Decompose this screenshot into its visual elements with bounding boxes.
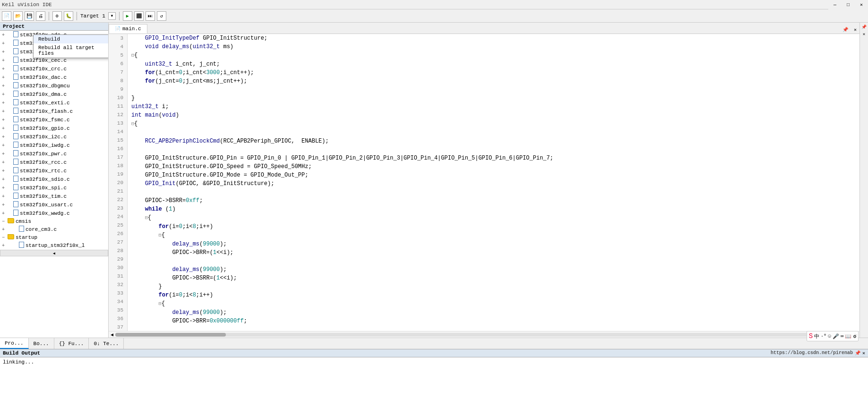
tree-item-20[interactable]: +stm32f10x_usart.c (0, 201, 108, 209)
code-line-7: for(i_cnt=0;i_cnt<3000;i_cnt++); (131, 68, 856, 77)
tree-expand-12[interactable]: + (2, 135, 8, 140)
tree-expand-15[interactable]: + (2, 160, 8, 165)
tree-item-6[interactable]: +stm32f10x_dbgmcu (0, 82, 108, 90)
tree-item-15[interactable]: +stm32f10x_rcc.c (0, 158, 108, 167)
sidebar-scroll-left[interactable]: ◀ (0, 250, 108, 256)
close-button[interactable]: ✕ (855, 0, 868, 9)
tree-item-16[interactable]: +stm32f10x_rtc.c (0, 167, 108, 175)
editor-tab-main[interactable]: 📄 main.c (109, 24, 147, 34)
toolbar-icon-open[interactable]: 📂 (13, 11, 23, 21)
tree-expand-0[interactable]: + (2, 33, 8, 38)
scrollbar-thumb[interactable] (115, 333, 226, 337)
tree-item-14[interactable]: +stm32f10x_pwr.c (0, 150, 108, 158)
tree-expand-18[interactable]: + (2, 186, 8, 191)
tab-functions[interactable]: {} Fu... (54, 338, 89, 349)
right-close[interactable]: ✕ (863, 32, 865, 37)
tree-expand-24[interactable]: − (2, 235, 8, 240)
tree-item-18[interactable]: +stm32f10x_spi.c (0, 184, 108, 192)
tree-item-24[interactable]: −startup (0, 234, 108, 241)
tree-expand-8[interactable]: + (2, 101, 8, 106)
taskbar-book[interactable]: 📖 (845, 333, 851, 339)
tree-expand-16[interactable]: + (2, 169, 8, 174)
taskbar-mic[interactable]: 🎤 (833, 333, 839, 339)
right-panel: 📌 ✕ (859, 23, 868, 338)
tab-project[interactable]: Pro... (0, 338, 29, 349)
build-output-text: linking... (3, 359, 34, 365)
context-menu-item-rebuild-all[interactable]: Rebuild all target files (34, 43, 108, 58)
tree-expand-3[interactable]: + (2, 58, 8, 63)
tree-item-21[interactable]: +stm32f10x_wwdg.c (0, 209, 108, 218)
tree-expand-9[interactable]: + (2, 109, 8, 114)
code-line-36: GPIOC->BRR=0x000000ff; (131, 317, 856, 325)
tree-item-7[interactable]: +stm32f10x_dma.c (0, 90, 108, 99)
tree-icon-4 (13, 65, 20, 73)
window-controls[interactable]: — □ ✕ (828, 0, 868, 9)
toolbar-icon-step[interactable]: ⏭ (146, 11, 155, 21)
tab-templates[interactable]: 0↓ Te... (89, 338, 124, 349)
tree-item-11[interactable]: +stm32f10x_gpio.c (0, 124, 108, 133)
taskbar-emoji[interactable]: ☺ (828, 333, 831, 339)
tab-books[interactable]: Bo... (29, 338, 54, 349)
tree-item-17[interactable]: +stm32f10x_sdio.c (0, 175, 108, 184)
maximize-button[interactable]: □ (842, 0, 855, 9)
tree-expand-23[interactable]: + (2, 227, 8, 232)
tree-item-12[interactable]: +stm32f10x_i2c.c (0, 133, 108, 141)
toolbar-icon-print[interactable]: 🖨 (36, 11, 45, 21)
tree-expand-11[interactable]: + (2, 126, 8, 131)
tree-expand-2[interactable]: + (2, 50, 8, 55)
taskbar-sougou[interactable]: S (809, 332, 813, 340)
minimize-button[interactable]: — (828, 0, 842, 9)
tree-item-10[interactable]: +stm32f10x_fsmc.c (0, 116, 108, 124)
tree-item-4[interactable]: +stm32f10x_crc.c (0, 65, 108, 73)
tree-item-25[interactable]: +startup_stm32f10x_l (0, 241, 108, 250)
tree-icon-12 (13, 133, 20, 141)
toolbar-icon-stop[interactable]: ⬛ (134, 11, 144, 21)
target-dropdown[interactable]: ▼ (108, 12, 116, 20)
toolbar-icon-new[interactable]: 📄 (2, 11, 11, 21)
tree-item-5[interactable]: +stm32f10x_dac.c (0, 73, 108, 82)
tree-expand-6[interactable]: + (2, 84, 8, 89)
tree-item-19[interactable]: +stm32f10x_tim.c (0, 192, 108, 201)
editor-pin[interactable]: 📌 (840, 26, 851, 34)
taskbar-keyboard[interactable]: ⌨ (841, 333, 844, 339)
build-output-close[interactable]: ✕ (862, 350, 865, 356)
tree-item-23[interactable]: +core_cm3.c (0, 225, 108, 234)
line-number-13: 13 (112, 119, 123, 127)
editor-scrollbar[interactable]: ◀ ▶ (109, 331, 859, 338)
tree-expand-13[interactable]: + (2, 143, 8, 148)
tree-item-13[interactable]: +stm32f10x_iwdg.c (0, 141, 108, 150)
tree-expand-19[interactable]: + (2, 194, 8, 199)
toolbar-icon-debug[interactable]: 🐛 (64, 11, 73, 21)
editor-close[interactable]: ✕ (851, 26, 859, 34)
toolbar-icon-reset[interactable]: ↺ (157, 11, 166, 21)
tree-expand-21[interactable]: + (2, 211, 8, 216)
tree-expand-4[interactable]: + (2, 67, 8, 72)
tree-label-21: stm32f10x_wwdg.c (20, 211, 70, 216)
toolbar-icon-run[interactable]: ▶ (123, 11, 132, 21)
context-menu-item-rebuild[interactable]: Rebuild (34, 35, 108, 43)
scrollbar-track[interactable] (115, 333, 853, 337)
tree-label-16: stm32f10x_rtc.c (20, 168, 67, 174)
tree-expand-10[interactable]: + (2, 118, 8, 123)
tree-expand-22[interactable]: − (2, 219, 8, 224)
tree-expand-5[interactable]: + (2, 75, 8, 80)
scroll-left-arrow[interactable]: ◀ (111, 332, 113, 338)
taskbar-dot1[interactable]: ·⁰ (821, 333, 826, 339)
tree-item-8[interactable]: +stm32f10x_exti.c (0, 99, 108, 107)
tree-expand-14[interactable]: + (2, 152, 8, 157)
tree-expand-1[interactable]: + (2, 41, 8, 46)
right-pin[interactable]: 📌 (861, 25, 867, 30)
tree-expand-25[interactable]: + (2, 243, 8, 248)
tree-icon-23 (19, 226, 26, 233)
tree-expand-7[interactable]: + (2, 92, 8, 97)
toolbar-icon-build[interactable]: ⚙ (52, 11, 62, 21)
editor-content[interactable]: 3456789101112131415161718192021222324252… (109, 34, 859, 331)
build-output-pin[interactable]: 📌 (855, 350, 860, 356)
tree-item-22[interactable]: −cmsis (0, 218, 108, 225)
tree-expand-17[interactable]: + (2, 177, 8, 182)
taskbar-settings[interactable]: ⚙ (853, 333, 856, 339)
toolbar-icon-save[interactable]: 💾 (25, 11, 34, 21)
taskbar-cn[interactable]: 中 (814, 333, 819, 340)
tree-expand-20[interactable]: + (2, 203, 8, 208)
tree-item-9[interactable]: +stm32f10x_flash.c (0, 107, 108, 116)
